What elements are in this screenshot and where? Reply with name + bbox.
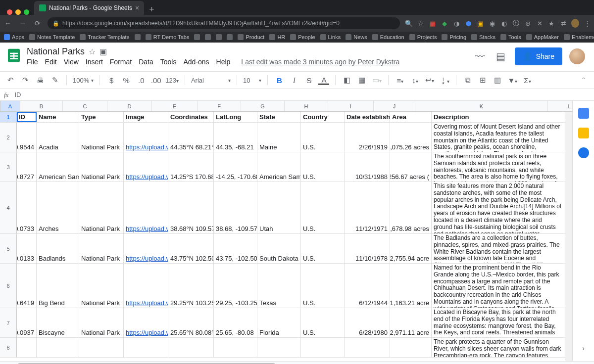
header-cell[interactable]: Description: [432, 112, 564, 122]
address-bar[interactable]: 🔒 https://docs.google.com/spreadsheets/d…: [48, 17, 400, 29]
bookmark-item[interactable]: Tools: [500, 34, 521, 40]
cell[interactable]: 44.35, -68.21: [214, 123, 257, 152]
header-cell[interactable]: Coordinates: [168, 112, 214, 122]
cell[interactable]: Utah: [257, 182, 301, 233]
cell[interactable]: -14.25, -170.68: [214, 152, 257, 182]
chart-icon[interactable]: ▥: [492, 76, 503, 85]
font-select[interactable]: Arial▾: [191, 77, 231, 84]
zoom-select[interactable]: 100%▾: [73, 77, 94, 84]
cell[interactable]: [168, 338, 214, 357]
cell[interactable]: Named for the prominent bend in the Rio …: [432, 264, 564, 308]
ext-icon[interactable]: ▦: [429, 20, 437, 27]
bookmark-item[interactable]: AppMaker: [526, 34, 559, 40]
reload-icon[interactable]: ⟳: [33, 19, 43, 27]
formula-bar[interactable]: fx ID: [0, 89, 594, 101]
star-icon[interactable]: ☆: [89, 47, 96, 56]
window-controls[interactable]: [3, 9, 33, 15]
cell[interactable]: https://upload.wi: [124, 234, 168, 263]
cell[interactable]: 8,256.67 acres (: [390, 152, 432, 182]
bookmark-item[interactable]: HR: [269, 34, 285, 40]
ext-icon[interactable]: ☆: [417, 20, 425, 27]
cell[interactable]: National Park: [79, 182, 124, 233]
row-header[interactable]: 2: [0, 123, 17, 152]
col-header[interactable]: I: [328, 101, 374, 111]
cell[interactable]: Big Bend: [37, 264, 79, 308]
browser-tab[interactable]: National Parks - Google Sheets ×: [34, 1, 144, 15]
cell[interactable]: National Park: [79, 264, 124, 308]
cell[interactable]: U.S.: [301, 182, 345, 233]
row-header[interactable]: 1: [0, 112, 17, 122]
cell[interactable]: 11/10/1978: [345, 234, 390, 263]
activity-icon[interactable]: 〰: [473, 51, 487, 62]
cell[interactable]: 25.65°N 80.08°W: [168, 308, 214, 337]
header-cell[interactable]: State: [257, 112, 301, 122]
minimize-window-icon[interactable]: [15, 9, 21, 15]
menu-file[interactable]: File: [27, 58, 38, 66]
calendar-icon[interactable]: [578, 108, 589, 119]
menu-help[interactable]: Help: [216, 58, 231, 66]
keep-icon[interactable]: [578, 128, 589, 138]
cell[interactable]: [17, 338, 37, 357]
cell[interactable]: This site features more than 2,000 natur…: [432, 182, 564, 233]
bookmark-item[interactable]: [216, 34, 222, 40]
bookmark-item[interactable]: People: [290, 34, 315, 40]
cell[interactable]: Biscayne: [37, 308, 79, 337]
menu-add-ons[interactable]: Add-ons: [183, 58, 209, 66]
cell[interactable]: 172,971.11 acre: [390, 308, 432, 337]
col-header[interactable]: F: [198, 101, 241, 111]
ext-icon[interactable]: ★: [547, 20, 555, 27]
col-header[interactable]: A: [0, 101, 20, 111]
rotate-icon[interactable]: ⭭▾: [439, 76, 450, 85]
cell[interactable]: [345, 338, 390, 357]
decrease-decimal-icon[interactable]: .0: [136, 76, 147, 85]
bookmark-item[interactable]: [135, 34, 141, 40]
ext-icon[interactable]: ⬢: [464, 20, 472, 27]
ext-icon[interactable]: ◆: [441, 20, 448, 27]
header-cell[interactable]: Country: [301, 112, 345, 122]
column-headers[interactable]: ABCDEFGHIJKLM: [0, 101, 572, 112]
ext-icon[interactable]: ⇄: [559, 20, 567, 27]
cell[interactable]: Maine: [257, 123, 301, 152]
cell[interactable]: Covering most of Mount Desert Island and…: [432, 123, 564, 152]
header-cell[interactable]: Type: [79, 112, 124, 122]
print-icon[interactable]: 🖶: [35, 76, 46, 85]
cell[interactable]: Arches: [37, 182, 79, 233]
bookmark-item[interactable]: Links: [320, 34, 341, 40]
cell[interactable]: Located in Biscayne Bay, this park at th…: [432, 308, 564, 337]
cell[interactable]: Florida: [257, 308, 301, 337]
close-window-icon[interactable]: [7, 9, 12, 15]
redo-icon[interactable]: ↷: [20, 76, 31, 85]
cell[interactable]: 0.0733: [17, 182, 37, 233]
cell[interactable]: U.S.: [301, 152, 345, 182]
row-header[interactable]: 3: [0, 152, 17, 182]
cell[interactable]: National Park: [79, 123, 124, 152]
menu-icon[interactable]: ⋮: [583, 20, 591, 27]
tasks-icon[interactable]: [578, 147, 589, 158]
cell[interactable]: U.S.: [301, 123, 345, 152]
v-align-icon[interactable]: ↕▾: [409, 76, 420, 85]
cell[interactable]: 0.9544: [17, 123, 37, 152]
header-cell[interactable]: ID: [17, 112, 37, 122]
menu-format[interactable]: Format: [110, 58, 132, 66]
cell[interactable]: 801,163.21 acre: [390, 264, 432, 308]
header-cell[interactable]: LatLong: [214, 112, 257, 122]
cell[interactable]: 43.75, -102.50: [214, 234, 257, 263]
maximize-window-icon[interactable]: [24, 9, 29, 15]
col-header[interactable]: J: [374, 101, 415, 111]
cell[interactable]: [37, 338, 79, 357]
cell[interactable]: [124, 338, 168, 357]
bookmark-item[interactable]: [205, 34, 211, 40]
header-cell[interactable]: Date established: [345, 112, 390, 122]
col-header[interactable]: E: [152, 101, 198, 111]
row-header[interactable]: 8: [0, 338, 17, 357]
menu-data[interactable]: Data: [139, 58, 153, 66]
cell[interactable]: The Badlands are a collection of buttes,…: [432, 234, 564, 263]
row-header[interactable]: 7: [0, 308, 17, 337]
doc-title[interactable]: National Parks: [27, 46, 85, 57]
increase-decimal-icon[interactable]: .00: [150, 76, 161, 85]
close-tab-icon[interactable]: ×: [135, 4, 139, 12]
bookmark-item[interactable]: Pricing: [442, 34, 466, 40]
ext-icon[interactable]: 🔍: [405, 20, 413, 27]
functions-icon[interactable]: Σ▾: [522, 76, 533, 85]
cell[interactable]: [301, 338, 345, 357]
